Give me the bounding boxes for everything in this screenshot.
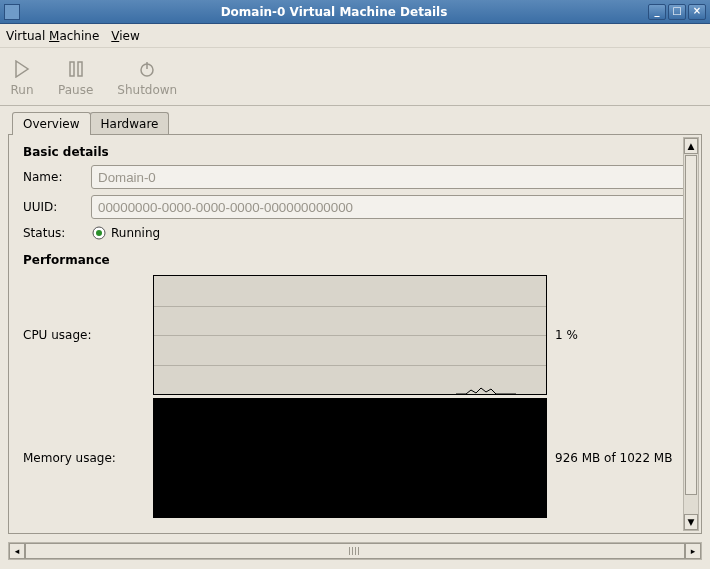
performance-section: CPU usage: 1 % Memory usage: 926 MB of 1… <box>23 275 687 518</box>
svg-rect-2 <box>78 62 82 76</box>
vertical-scroll-thumb[interactable] <box>685 155 697 495</box>
vertical-scrollbar[interactable]: ▲ ▼ <box>683 137 699 531</box>
cpu-value: 1 % <box>555 328 578 342</box>
horizontal-scrollbar[interactable]: ◂ ▸ <box>8 542 702 560</box>
cpu-spike <box>456 384 516 394</box>
toolbar: Run Pause Shutdown <box>0 48 710 106</box>
tab-hardware[interactable]: Hardware <box>90 112 170 135</box>
power-icon <box>135 57 159 81</box>
scroll-left-button[interactable]: ◂ <box>9 543 25 559</box>
run-button[interactable]: Run <box>10 57 34 97</box>
memory-row: Memory usage: 926 MB of 1022 MB <box>23 398 687 518</box>
pause-button[interactable]: Pause <box>58 57 93 97</box>
svg-rect-1 <box>70 62 74 76</box>
menubar: Virtual Machine View <box>0 24 710 48</box>
running-icon <box>91 225 107 241</box>
tab-panel-overview: Basic details Name: UUID: Status: Runnin… <box>8 134 702 534</box>
name-row: Name: <box>23 165 687 189</box>
name-field[interactable] <box>91 165 687 189</box>
memory-usage-chart <box>153 398 547 518</box>
tab-overview[interactable]: Overview <box>12 112 91 135</box>
name-label: Name: <box>23 170 83 184</box>
uuid-row: UUID: <box>23 195 687 219</box>
close-button[interactable]: × <box>688 4 706 20</box>
scroll-right-button[interactable]: ▸ <box>685 543 701 559</box>
svg-point-6 <box>96 230 102 236</box>
run-label: Run <box>10 83 33 97</box>
minimize-button[interactable]: _ <box>648 4 666 20</box>
memory-value: 926 MB of 1022 MB <box>555 451 672 465</box>
basic-details-heading: Basic details <box>23 145 687 159</box>
status-row: Status: Running <box>23 225 687 241</box>
window-title: Domain-0 Virtual Machine Details <box>20 5 648 19</box>
uuid-field[interactable] <box>91 195 687 219</box>
status-value: Running <box>111 226 160 240</box>
maximize-button[interactable]: □ <box>668 4 686 20</box>
menu-view[interactable]: View <box>111 29 139 43</box>
window-controls: _ □ × <box>648 4 706 20</box>
cpu-row: CPU usage: 1 % <box>23 275 687 395</box>
status-label: Status: <box>23 226 83 240</box>
shutdown-button[interactable]: Shutdown <box>117 57 177 97</box>
scroll-down-button[interactable]: ▼ <box>684 514 698 530</box>
cpu-label: CPU usage: <box>23 328 153 342</box>
pause-label: Pause <box>58 83 93 97</box>
shutdown-label: Shutdown <box>117 83 177 97</box>
menu-virtual-machine[interactable]: Virtual Machine <box>6 29 99 43</box>
performance-heading: Performance <box>23 253 687 267</box>
cpu-usage-chart <box>153 275 547 395</box>
scroll-up-button[interactable]: ▲ <box>684 138 698 154</box>
play-icon <box>10 57 34 81</box>
memory-label: Memory usage: <box>23 451 153 465</box>
svg-marker-0 <box>16 61 28 77</box>
uuid-label: UUID: <box>23 200 83 214</box>
titlebar: Domain-0 Virtual Machine Details _ □ × <box>0 0 710 24</box>
pause-icon <box>64 57 88 81</box>
tab-bar: Overview Hardware <box>12 112 702 135</box>
horizontal-scroll-thumb[interactable] <box>25 543 685 559</box>
window-icon <box>4 4 20 20</box>
horizontal-scroll-track[interactable] <box>25 543 685 559</box>
content-area: Overview Hardware Basic details Name: UU… <box>0 106 710 540</box>
